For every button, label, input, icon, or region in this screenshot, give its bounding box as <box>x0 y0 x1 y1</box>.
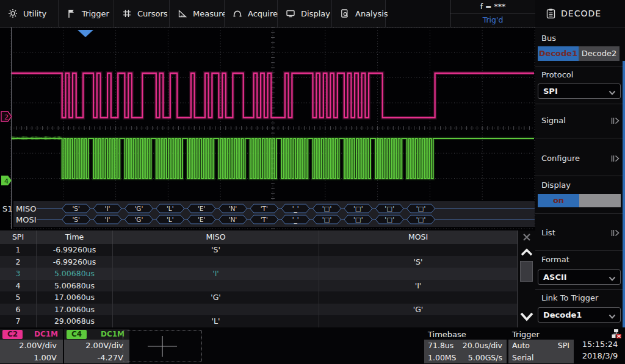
decode-list-table: SPITimeMISOMOSI 1-6.99260us'S'2-6.99260u… <box>0 230 535 327</box>
decode-char: 'L' <box>167 205 174 212</box>
table-cell[interactable] <box>113 280 319 292</box>
column-header-mosi: MOSI <box>319 230 518 244</box>
menu-item-label: Cursors <box>137 9 168 18</box>
c2-badge: C2 <box>2 330 23 339</box>
timebase-descriptor[interactable]: Timebase 71.8us20.0us/div 1.00MS5.00GS/s <box>424 329 507 364</box>
table-cell[interactable]: 29.0068us <box>37 315 113 327</box>
list-menu-item[interactable]: List <box>541 228 555 237</box>
menu-item-cursors[interactable]: Cursors <box>114 0 170 27</box>
display-label: Display <box>541 180 571 190</box>
protocol-dropdown[interactable]: SPI <box>538 84 621 99</box>
table-cell[interactable]: 'S' <box>319 256 518 268</box>
decode-char: 'L' <box>167 216 174 223</box>
table-cell[interactable]: 1 <box>0 244 37 256</box>
waveform-display[interactable]: MISOMOSI'S''S''I''I''G''G''L''L''E''E''N… <box>0 27 535 230</box>
frequency-readout: f = *** <box>450 0 535 13</box>
decode-bus-label: S1 <box>2 204 13 213</box>
channel-c4-descriptor[interactable]: C4 DC1M 2.00V/div -4.27V <box>64 329 129 364</box>
column-header-time: Time <box>37 230 113 244</box>
menu-item-label: Utility <box>23 9 46 18</box>
configure-menu-item[interactable]: Configure <box>541 154 580 163</box>
table-cell[interactable]: 5 <box>0 291 37 304</box>
link-to-trigger-value: Decode1 <box>543 310 582 319</box>
table-cell[interactable]: 'S' <box>113 244 319 256</box>
decode1-button[interactable]: Decode1 <box>538 46 579 61</box>
table-cell[interactable] <box>113 256 319 268</box>
table-cell[interactable] <box>113 304 319 316</box>
status-bar: C2 DC1M 2.00V/div 1.00V C4 DC1M 2.00V/di… <box>0 327 625 364</box>
table-cell[interactable] <box>319 268 518 280</box>
decode-char: 'S' <box>72 216 79 223</box>
trigger-state-label: Trig'd <box>450 13 535 27</box>
trigger-type: SPI <box>558 340 569 352</box>
network-status-icon[interactable] <box>611 329 622 339</box>
channel-c2-descriptor[interactable]: C2 DC1M 2.00V/div 1.00V <box>0 329 63 364</box>
c4-scale: 2.00V/div <box>64 340 123 352</box>
close-icon[interactable] <box>518 230 535 244</box>
menu-item-utility[interactable]: Utility <box>0 0 59 27</box>
c4-offset: -4.27V <box>64 352 123 364</box>
table-cell[interactable] <box>319 315 518 327</box>
format-value: ASCII <box>543 273 567 282</box>
system-time: 15:15:24 <box>577 340 623 349</box>
table-cell[interactable]: 7 <box>0 315 37 327</box>
decode-char: '□' <box>385 205 394 212</box>
protocol-value: SPI <box>543 87 558 96</box>
c4-badge: C4 <box>67 330 87 339</box>
menu-item-display[interactable]: Display <box>278 0 332 27</box>
table-cell[interactable]: 17.0060us <box>37 291 113 304</box>
table-cell[interactable]: 6 <box>0 304 37 316</box>
decode-char: 'N' <box>229 216 237 223</box>
decode-char: '□' <box>416 205 426 212</box>
c4-marker-label: 4 <box>4 177 9 185</box>
table-cell[interactable]: 2 <box>0 256 37 268</box>
format-dropdown[interactable]: ASCII <box>538 269 621 285</box>
table-cell[interactable]: 'L' <box>113 315 319 327</box>
table-cell[interactable]: 'I' <box>319 280 518 292</box>
menu-item-measure[interactable]: Measure <box>170 0 225 27</box>
table-cell[interactable]: 4 <box>0 280 37 292</box>
submenu-arrow-icon <box>610 116 620 126</box>
c4-waveform <box>12 138 534 179</box>
table-cell[interactable] <box>319 291 518 304</box>
gear-icon <box>8 9 18 18</box>
decode2-button[interactable]: Decode2 <box>579 46 620 61</box>
link-to-trigger-label: Link To Trigger <box>541 293 598 302</box>
decode-char: 'T' <box>261 205 268 212</box>
table-cell[interactable]: 5.00680us <box>37 268 113 280</box>
trigger-class: Serial <box>512 352 533 364</box>
menu-item-analysis[interactable]: Analysis <box>332 0 386 27</box>
table-cell[interactable]: 'G' <box>319 304 518 316</box>
scroll-down-icon[interactable] <box>518 307 535 326</box>
table-cell[interactable]: 'G' <box>113 291 319 304</box>
trigger-descriptor[interactable]: Trigger AutoSPI Serial <box>508 329 574 364</box>
table-cell[interactable]: -6.99260us <box>37 256 113 268</box>
protocol-label: Protocol <box>541 70 573 79</box>
menu-item-acquire[interactable]: Acquire <box>225 0 278 27</box>
menu-item-label: Acquire <box>248 9 278 18</box>
decode-char: 'G' <box>134 205 143 212</box>
add-channel-button[interactable] <box>123 330 202 362</box>
table-cell[interactable]: 5.00680us <box>37 280 113 292</box>
decode-char: '□' <box>353 205 363 212</box>
table-cell[interactable] <box>319 244 518 256</box>
panel-scrollbar[interactable] <box>623 61 625 327</box>
display-icon <box>286 9 295 18</box>
acquire-icon <box>233 9 242 18</box>
table-cell[interactable]: -6.99260us <box>37 244 113 256</box>
c4-coupling: DC1M <box>101 330 125 338</box>
clipboard-icon <box>546 8 556 19</box>
scroll-up-icon[interactable] <box>518 245 535 260</box>
table-cell[interactable]: 3 <box>0 268 37 280</box>
table-cell[interactable]: 'I' <box>113 268 319 280</box>
table-cell[interactable]: 17.0060us <box>37 304 113 316</box>
display-toggle[interactable]: on <box>538 194 621 207</box>
menu-item-trigger[interactable]: Trigger <box>59 0 114 27</box>
menu-item-label: Display <box>301 9 330 18</box>
signal-menu-item[interactable]: Signal <box>541 116 566 125</box>
column-header-spi: SPI <box>0 230 37 244</box>
table-scrollbar[interactable] <box>518 230 535 327</box>
trigger-mode: Auto <box>512 340 530 352</box>
scroll-thumb[interactable] <box>520 261 533 282</box>
link-to-trigger-dropdown[interactable]: Decode1 <box>538 307 621 323</box>
